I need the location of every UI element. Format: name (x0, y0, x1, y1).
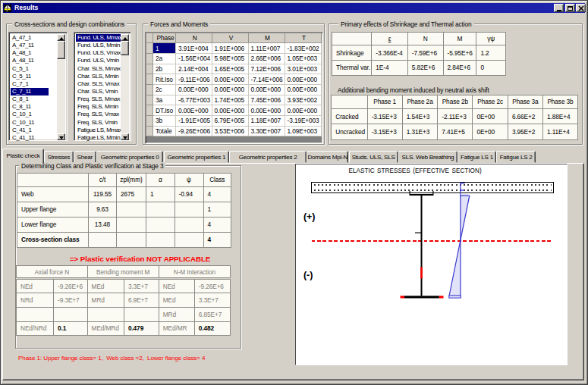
svg-text:ELASTIC STRESSES (EFFECTIVE SE: ELASTIC STRESSES (EFFECTIVE SECTION) (348, 167, 481, 174)
svg-text:(-): (-) (303, 269, 313, 280)
svg-text:(+): (+) (303, 211, 315, 221)
